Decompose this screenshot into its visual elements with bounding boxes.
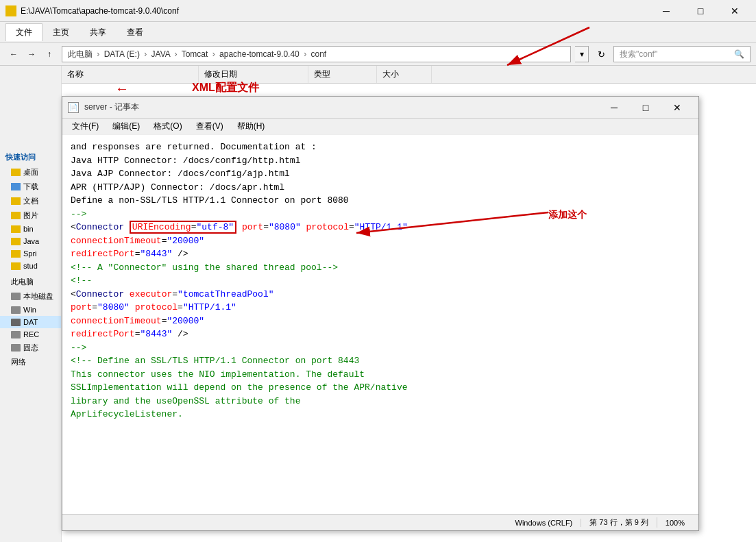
sidebar-item-java[interactable]: Java <box>0 235 61 247</box>
maximize-button[interactable]: □ <box>685 1 716 21</box>
folder-icon <box>11 169 21 176</box>
notepad-title: server - 记事本 <box>84 101 139 113</box>
col-type[interactable]: 类型 <box>308 66 377 83</box>
status-position: 第 73 行，第 9 列 <box>581 517 657 528</box>
line-12: <Connector executor="tomcatThreadPool" <box>71 288 690 301</box>
menu-format[interactable]: 格式(O) <box>147 119 188 134</box>
sidebar-label-rec: REC <box>23 330 39 338</box>
sidebar-item-thispc[interactable]: 此电脑 <box>0 275 61 289</box>
menu-file[interactable]: 文件(F) <box>65 119 106 134</box>
notepad-content[interactable]: and responses are returned. Documentatio… <box>62 135 698 514</box>
path-pc: 此电脑 <box>68 49 93 59</box>
sidebar-item-network[interactable]: 网络 <box>0 355 61 369</box>
notepad-status-bar: Windows (CRLF) 第 73 行，第 9 列 100% <box>62 514 698 530</box>
line-6: --> <box>71 208 690 221</box>
line-10: <!-- A "Connector" using the shared thre… <box>71 261 690 275</box>
line-11: <!-- <box>71 274 690 288</box>
disk-icon-solid <box>11 344 21 352</box>
explorer-window: E:\JAVA\Tomcat\apache-tomcat-9.0.40\conf… <box>0 0 756 542</box>
line-4: APR (HTTP/AJP) Connector: /docs/apr.html <box>71 181 690 195</box>
address-path: 此电脑 › DATA (E:) › JAVA › Tomcat › apache… <box>68 49 326 60</box>
sidebar-item-solid[interactable]: 固态 <box>0 341 61 355</box>
folder-icon-pics <box>11 212 21 219</box>
notepad-minimize-button[interactable]: ─ <box>598 98 630 117</box>
path-data: DATA (E:) <box>104 49 140 59</box>
disk-icon-rec <box>11 331 21 338</box>
line-13: port="8080" protocol="HTTP/1.1" <box>71 301 690 315</box>
sidebar-label-docs: 文档 <box>23 196 38 206</box>
menu-help[interactable]: 帮助(H) <box>230 119 272 134</box>
notepad-title-bar: 📄 server - 记事本 ─ □ ✕ <box>62 97 698 119</box>
back-button[interactable]: ← <box>5 46 22 62</box>
explorer-icon <box>5 5 16 16</box>
line-5: Define a non-SSL/TLS HTTP/1.1 Connector … <box>71 194 690 208</box>
line-19: SSLImplementation will depend on the pre… <box>71 381 690 395</box>
menu-edit[interactable]: 编辑(E) <box>106 119 147 134</box>
col-name[interactable]: 名称 <box>62 66 199 83</box>
disk-icon-win <box>11 306 21 314</box>
sidebar-label-stud: stud <box>23 262 38 270</box>
sidebar-label-downloads: 下载 <box>23 182 38 192</box>
sidebar-label-desktop: 桌面 <box>23 167 38 177</box>
sidebar-item-desktop[interactable]: 桌面 <box>0 165 61 180</box>
sidebar-quick-access-title[interactable]: 快速访问 <box>0 149 61 165</box>
line-3: Java AJP Connector: /docs/config/ajp.htm… <box>71 167 690 181</box>
search-icon: 🔍 <box>734 49 744 59</box>
notepad-maximize-button[interactable]: □ <box>630 98 661 117</box>
disk-icon-local <box>11 293 21 300</box>
column-headers: 名称 修改日期 类型 大小 <box>62 66 756 84</box>
sidebar-item-spri[interactable]: Spri <box>0 247 61 260</box>
sidebar-item-rec[interactable]: REC <box>0 328 61 341</box>
sidebar-item-bin[interactable]: bin <box>0 223 61 235</box>
sidebar-label-win: Win <box>23 306 36 314</box>
sidebar-quick-access: 快速访问 桌面 下载 文档 图片 <box>0 149 61 272</box>
col-modified[interactable]: 修改日期 <box>199 66 308 83</box>
sidebar-label-bin: bin <box>23 225 34 233</box>
line-18: This connector uses the NIO implementati… <box>71 368 690 382</box>
path-apache: apache-tomcat-9.0.40 <box>219 49 300 59</box>
notepad-icon: 📄 <box>68 102 79 113</box>
disk-icon-dat <box>11 319 21 326</box>
line-17: <!-- Define an SSL/TLS HTTP/1.1 Connecto… <box>71 354 690 368</box>
line-20: library and the useOpenSSL attribute of … <box>71 395 690 408</box>
sidebar-item-stud[interactable]: stud <box>0 260 61 272</box>
tab-share[interactable]: 共享 <box>80 23 117 41</box>
nav-buttons: ← → ↑ <box>5 46 58 62</box>
tab-home[interactable]: 主页 <box>42 23 80 41</box>
title-bar-left: E:\JAVA\Tomcat\apache-tomcat-9.0.40\conf <box>5 5 179 16</box>
minimize-button[interactable]: ─ <box>650 1 682 21</box>
sidebar-label-local: 本地磁盘 <box>23 291 53 301</box>
notepad-title-left: 📄 server - 记事本 <box>68 101 139 113</box>
sidebar-item-docs[interactable]: 文档 <box>0 194 61 208</box>
sidebar-label-pics: 图片 <box>23 210 38 221</box>
status-zoom: 100% <box>657 519 693 527</box>
col-size[interactable]: 大小 <box>377 66 432 83</box>
close-button[interactable]: ✕ <box>719 1 751 21</box>
path-java: JAVA <box>151 49 171 59</box>
folder-icon-stud <box>11 262 21 270</box>
sidebar-item-pics[interactable]: 图片 <box>0 208 61 223</box>
notepad-close-button[interactable]: ✕ <box>661 98 693 117</box>
tab-file[interactable]: 文件 <box>5 23 42 41</box>
path-conf: conf <box>310 49 326 59</box>
ribbon: 文件 主页 共享 查看 <box>0 22 756 43</box>
sidebar-item-downloads[interactable]: 下载 <box>0 180 61 194</box>
menu-view[interactable]: 查看(V) <box>189 119 230 134</box>
folder-icon-bin <box>11 225 21 233</box>
address-input[interactable]: 此电脑 › DATA (E:) › JAVA › Tomcat › apache… <box>62 46 571 62</box>
title-bar: E:\JAVA\Tomcat\apache-tomcat-9.0.40\conf… <box>0 0 756 22</box>
up-button[interactable]: ↑ <box>41 46 58 62</box>
sidebar-item-dat[interactable]: DAT <box>0 316 61 328</box>
forward-button[interactable]: → <box>23 46 40 62</box>
refresh-button[interactable]: ↻ <box>593 46 609 62</box>
line-14: connectionTimeout="20000" <box>71 315 690 328</box>
folder-icon-down <box>11 183 21 190</box>
address-dropdown[interactable]: ▾ <box>575 46 589 62</box>
path-tomcat: Tomcat <box>182 49 208 59</box>
sidebar-item-local[interactable]: 本地磁盘 <box>0 289 61 304</box>
search-placeholder: 搜索"conf" <box>620 49 657 60</box>
tab-view[interactable]: 查看 <box>117 23 154 41</box>
search-box[interactable]: 搜索"conf" 🔍 <box>613 46 751 62</box>
line-7: <Connector URIEncoding="utf-8" port="808… <box>71 221 690 234</box>
sidebar-item-win[interactable]: Win <box>0 304 61 316</box>
